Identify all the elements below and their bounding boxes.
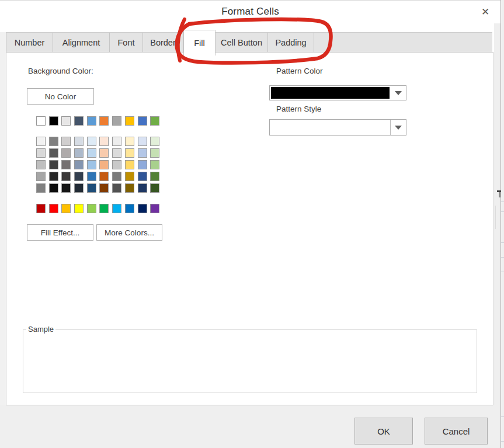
color-swatch[interactable] — [112, 148, 121, 158]
tab-cell-button[interactable]: Cell Button — [215, 33, 268, 52]
background-row-line — [501, 441, 504, 442]
theme-variant-row — [36, 172, 159, 181]
tab-bar: NumberAlignmentFontBorderFillCell Button… — [6, 32, 492, 52]
color-swatch[interactable] — [36, 116, 46, 126]
color-swatch[interactable] — [49, 148, 58, 158]
color-swatch[interactable] — [61, 204, 71, 213]
color-swatch[interactable] — [138, 172, 147, 181]
color-swatch[interactable] — [74, 148, 84, 158]
color-swatch[interactable] — [49, 116, 58, 126]
color-swatch[interactable] — [150, 137, 159, 146]
color-swatch[interactable] — [87, 160, 96, 169]
color-swatch[interactable] — [125, 172, 134, 181]
tab-number[interactable]: Number — [6, 33, 53, 52]
color-swatch[interactable] — [99, 183, 109, 193]
color-swatch[interactable] — [150, 116, 159, 126]
color-swatch[interactable] — [61, 160, 71, 169]
standard-colors-row — [36, 204, 159, 213]
background-row-line — [501, 211, 504, 212]
color-swatch[interactable] — [74, 137, 84, 146]
tab-border[interactable]: Border — [143, 33, 183, 52]
color-swatch[interactable] — [112, 172, 121, 181]
color-swatch[interactable] — [138, 160, 147, 169]
background-row-line — [501, 416, 504, 417]
close-icon[interactable]: ✕ — [478, 5, 492, 19]
color-swatch[interactable] — [74, 172, 84, 181]
more-colors-button[interactable]: More Colors... — [96, 224, 162, 241]
color-swatch[interactable] — [125, 204, 134, 213]
color-swatch[interactable] — [74, 204, 84, 213]
color-swatch[interactable] — [61, 148, 71, 158]
color-swatch[interactable] — [61, 116, 71, 126]
color-swatch[interactable] — [74, 183, 84, 193]
color-swatch[interactable] — [112, 204, 121, 213]
color-swatch[interactable] — [36, 148, 46, 158]
color-swatch[interactable] — [87, 204, 96, 213]
theme-variant-row — [36, 148, 159, 158]
color-swatch[interactable] — [49, 204, 58, 213]
pattern-style-dropdown-button[interactable] — [390, 120, 406, 135]
color-swatch[interactable] — [99, 160, 109, 169]
color-swatch[interactable] — [112, 160, 121, 169]
color-swatch[interactable] — [138, 204, 147, 213]
color-swatch[interactable] — [36, 172, 46, 181]
tab-padding[interactable]: Padding — [268, 33, 314, 52]
color-swatch[interactable] — [138, 183, 147, 193]
color-swatch[interactable] — [112, 116, 121, 126]
color-swatch[interactable] — [112, 137, 121, 146]
color-swatch[interactable] — [36, 160, 46, 169]
color-swatch[interactable] — [150, 160, 159, 169]
color-swatch[interactable] — [125, 148, 134, 158]
tab-fill[interactable]: Fill — [183, 30, 215, 55]
color-swatch[interactable] — [138, 137, 147, 146]
color-swatch[interactable] — [49, 160, 58, 169]
color-swatch[interactable] — [150, 204, 159, 213]
color-swatch[interactable] — [87, 148, 96, 158]
fill-effect-button[interactable]: Fill Effect... — [27, 224, 93, 241]
color-swatch[interactable] — [99, 148, 109, 158]
pattern-style-dropdown[interactable] — [269, 119, 406, 136]
color-swatch[interactable] — [99, 137, 109, 146]
pattern-color-dropdown-button[interactable] — [391, 86, 406, 100]
color-swatch[interactable] — [125, 160, 134, 169]
color-swatch[interactable] — [87, 116, 96, 126]
color-swatch[interactable] — [138, 116, 147, 126]
color-swatch[interactable] — [36, 183, 46, 193]
color-swatch[interactable] — [61, 137, 71, 146]
tab-alignment[interactable]: Alignment — [53, 33, 110, 52]
color-swatch[interactable] — [99, 204, 109, 213]
no-color-button[interactable]: No Color — [27, 88, 94, 105]
theme-colors-row — [36, 116, 159, 126]
dialog-titlebar: Format Cells ✕ — [0, 0, 500, 23]
pattern-color-dropdown[interactable] — [269, 85, 406, 100]
color-swatch[interactable] — [74, 116, 84, 126]
color-swatch[interactable] — [112, 183, 121, 193]
dialog-title: Format Cells — [0, 6, 500, 18]
color-swatch[interactable] — [125, 183, 134, 193]
color-swatch[interactable] — [74, 160, 84, 169]
color-swatch[interactable] — [49, 172, 58, 181]
color-swatch[interactable] — [36, 137, 46, 146]
color-swatch[interactable] — [87, 137, 96, 146]
color-swatch[interactable] — [87, 172, 96, 181]
background-color-label: Background Color: — [28, 67, 93, 75]
color-swatch[interactable] — [125, 137, 134, 146]
color-swatch[interactable] — [49, 137, 58, 146]
color-swatch[interactable] — [36, 204, 46, 213]
color-swatch[interactable] — [99, 172, 109, 181]
color-swatch[interactable] — [125, 116, 134, 126]
color-swatch[interactable] — [61, 183, 71, 193]
cancel-button[interactable]: Cancel — [425, 418, 488, 444]
dialog-footer: OK Cancel — [0, 405, 500, 448]
color-swatch[interactable] — [150, 148, 159, 158]
color-swatch[interactable] — [150, 172, 159, 181]
color-swatch[interactable] — [138, 148, 147, 158]
color-swatch[interactable] — [150, 183, 159, 193]
color-swatch[interactable] — [99, 116, 109, 126]
tab-font[interactable]: Font — [110, 33, 143, 52]
color-swatch[interactable] — [87, 183, 96, 193]
color-swatch[interactable] — [49, 183, 58, 193]
ok-button[interactable]: OK — [354, 418, 413, 444]
theme-variant-row — [36, 137, 159, 146]
color-swatch[interactable] — [61, 172, 71, 181]
